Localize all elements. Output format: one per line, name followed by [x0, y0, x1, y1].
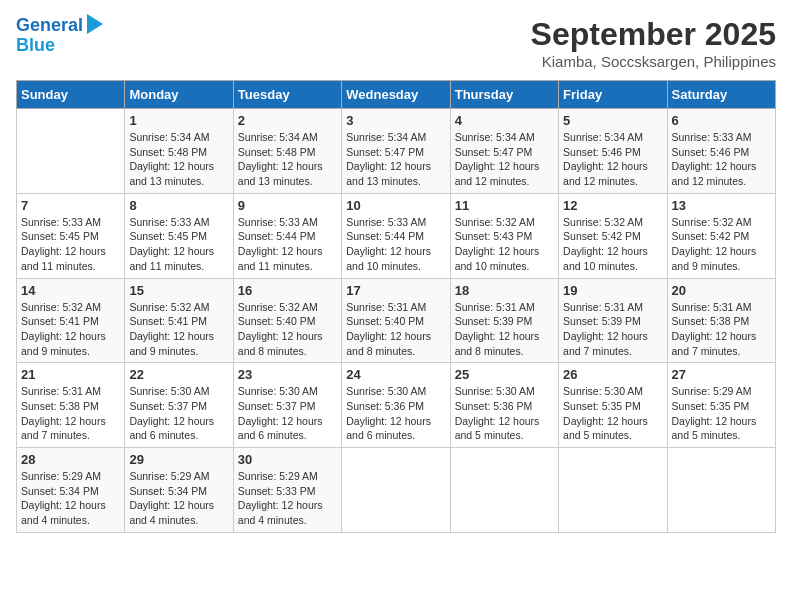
day-detail: Sunrise: 5:31 AM Sunset: 5:39 PM Dayligh… [455, 300, 554, 359]
calendar-cell: 21Sunrise: 5:31 AM Sunset: 5:38 PM Dayli… [17, 363, 125, 448]
day-detail: Sunrise: 5:30 AM Sunset: 5:37 PM Dayligh… [129, 384, 228, 443]
day-number: 2 [238, 113, 337, 128]
day-number: 10 [346, 198, 445, 213]
day-number: 9 [238, 198, 337, 213]
day-number: 8 [129, 198, 228, 213]
day-detail: Sunrise: 5:31 AM Sunset: 5:38 PM Dayligh… [21, 384, 120, 443]
calendar-cell: 8Sunrise: 5:33 AM Sunset: 5:45 PM Daylig… [125, 193, 233, 278]
day-number: 30 [238, 452, 337, 467]
calendar-cell [667, 448, 775, 533]
day-number: 22 [129, 367, 228, 382]
calendar-cell: 4Sunrise: 5:34 AM Sunset: 5:47 PM Daylig… [450, 109, 558, 194]
calendar-cell [17, 109, 125, 194]
day-number: 1 [129, 113, 228, 128]
day-number: 7 [21, 198, 120, 213]
calendar-cell: 5Sunrise: 5:34 AM Sunset: 5:46 PM Daylig… [559, 109, 667, 194]
calendar-cell: 26Sunrise: 5:30 AM Sunset: 5:35 PM Dayli… [559, 363, 667, 448]
day-detail: Sunrise: 5:33 AM Sunset: 5:45 PM Dayligh… [21, 215, 120, 274]
calendar-week-2: 14Sunrise: 5:32 AM Sunset: 5:41 PM Dayli… [17, 278, 776, 363]
day-number: 16 [238, 283, 337, 298]
day-detail: Sunrise: 5:32 AM Sunset: 5:42 PM Dayligh… [672, 215, 771, 274]
calendar-week-4: 28Sunrise: 5:29 AM Sunset: 5:34 PM Dayli… [17, 448, 776, 533]
calendar-cell: 1Sunrise: 5:34 AM Sunset: 5:48 PM Daylig… [125, 109, 233, 194]
header-cell-thursday: Thursday [450, 81, 558, 109]
calendar-cell: 3Sunrise: 5:34 AM Sunset: 5:47 PM Daylig… [342, 109, 450, 194]
calendar-cell: 27Sunrise: 5:29 AM Sunset: 5:35 PM Dayli… [667, 363, 775, 448]
header-cell-friday: Friday [559, 81, 667, 109]
day-number: 29 [129, 452, 228, 467]
calendar-cell [559, 448, 667, 533]
day-number: 19 [563, 283, 662, 298]
day-number: 3 [346, 113, 445, 128]
day-detail: Sunrise: 5:33 AM Sunset: 5:45 PM Dayligh… [129, 215, 228, 274]
calendar-header-row: SundayMondayTuesdayWednesdayThursdayFrid… [17, 81, 776, 109]
day-detail: Sunrise: 5:34 AM Sunset: 5:46 PM Dayligh… [563, 130, 662, 189]
day-number: 12 [563, 198, 662, 213]
day-number: 17 [346, 283, 445, 298]
day-detail: Sunrise: 5:32 AM Sunset: 5:41 PM Dayligh… [21, 300, 120, 359]
day-detail: Sunrise: 5:34 AM Sunset: 5:47 PM Dayligh… [346, 130, 445, 189]
calendar-cell: 16Sunrise: 5:32 AM Sunset: 5:40 PM Dayli… [233, 278, 341, 363]
day-number: 4 [455, 113, 554, 128]
header-cell-tuesday: Tuesday [233, 81, 341, 109]
location-title: Kiamba, Soccsksargen, Philippines [531, 53, 776, 70]
day-detail: Sunrise: 5:34 AM Sunset: 5:48 PM Dayligh… [129, 130, 228, 189]
calendar-cell: 30Sunrise: 5:29 AM Sunset: 5:33 PM Dayli… [233, 448, 341, 533]
day-number: 23 [238, 367, 337, 382]
calendar-cell: 2Sunrise: 5:34 AM Sunset: 5:48 PM Daylig… [233, 109, 341, 194]
day-number: 27 [672, 367, 771, 382]
calendar-body: 1Sunrise: 5:34 AM Sunset: 5:48 PM Daylig… [17, 109, 776, 533]
day-detail: Sunrise: 5:32 AM Sunset: 5:40 PM Dayligh… [238, 300, 337, 359]
day-number: 26 [563, 367, 662, 382]
day-number: 24 [346, 367, 445, 382]
day-number: 21 [21, 367, 120, 382]
calendar-cell [450, 448, 558, 533]
calendar-cell: 15Sunrise: 5:32 AM Sunset: 5:41 PM Dayli… [125, 278, 233, 363]
calendar-cell: 6Sunrise: 5:33 AM Sunset: 5:46 PM Daylig… [667, 109, 775, 194]
header-cell-saturday: Saturday [667, 81, 775, 109]
calendar-cell: 25Sunrise: 5:30 AM Sunset: 5:36 PM Dayli… [450, 363, 558, 448]
calendar-cell: 22Sunrise: 5:30 AM Sunset: 5:37 PM Dayli… [125, 363, 233, 448]
day-number: 15 [129, 283, 228, 298]
calendar-cell: 19Sunrise: 5:31 AM Sunset: 5:39 PM Dayli… [559, 278, 667, 363]
day-detail: Sunrise: 5:34 AM Sunset: 5:47 PM Dayligh… [455, 130, 554, 189]
day-number: 18 [455, 283, 554, 298]
logo-blue-text: Blue [16, 36, 55, 56]
calendar-week-3: 21Sunrise: 5:31 AM Sunset: 5:38 PM Dayli… [17, 363, 776, 448]
calendar-cell: 10Sunrise: 5:33 AM Sunset: 5:44 PM Dayli… [342, 193, 450, 278]
day-number: 13 [672, 198, 771, 213]
calendar-cell: 11Sunrise: 5:32 AM Sunset: 5:43 PM Dayli… [450, 193, 558, 278]
day-detail: Sunrise: 5:29 AM Sunset: 5:35 PM Dayligh… [672, 384, 771, 443]
calendar-table: SundayMondayTuesdayWednesdayThursdayFrid… [16, 80, 776, 533]
calendar-week-0: 1Sunrise: 5:34 AM Sunset: 5:48 PM Daylig… [17, 109, 776, 194]
day-detail: Sunrise: 5:31 AM Sunset: 5:40 PM Dayligh… [346, 300, 445, 359]
calendar-cell: 17Sunrise: 5:31 AM Sunset: 5:40 PM Dayli… [342, 278, 450, 363]
day-detail: Sunrise: 5:33 AM Sunset: 5:44 PM Dayligh… [238, 215, 337, 274]
day-number: 6 [672, 113, 771, 128]
day-detail: Sunrise: 5:30 AM Sunset: 5:37 PM Dayligh… [238, 384, 337, 443]
month-title: September 2025 [531, 16, 776, 53]
calendar-week-1: 7Sunrise: 5:33 AM Sunset: 5:45 PM Daylig… [17, 193, 776, 278]
logo-text: General [16, 16, 83, 36]
day-number: 11 [455, 198, 554, 213]
day-detail: Sunrise: 5:30 AM Sunset: 5:35 PM Dayligh… [563, 384, 662, 443]
day-detail: Sunrise: 5:29 AM Sunset: 5:33 PM Dayligh… [238, 469, 337, 528]
header-cell-wednesday: Wednesday [342, 81, 450, 109]
header: General Blue September 2025 Kiamba, Socc… [16, 16, 776, 70]
day-detail: Sunrise: 5:32 AM Sunset: 5:43 PM Dayligh… [455, 215, 554, 274]
calendar-cell: 20Sunrise: 5:31 AM Sunset: 5:38 PM Dayli… [667, 278, 775, 363]
calendar-cell: 28Sunrise: 5:29 AM Sunset: 5:34 PM Dayli… [17, 448, 125, 533]
day-detail: Sunrise: 5:33 AM Sunset: 5:46 PM Dayligh… [672, 130, 771, 189]
calendar-cell: 24Sunrise: 5:30 AM Sunset: 5:36 PM Dayli… [342, 363, 450, 448]
day-number: 28 [21, 452, 120, 467]
header-cell-sunday: Sunday [17, 81, 125, 109]
logo-arrow-icon [87, 14, 103, 34]
day-detail: Sunrise: 5:33 AM Sunset: 5:44 PM Dayligh… [346, 215, 445, 274]
title-area: September 2025 Kiamba, Soccsksargen, Phi… [531, 16, 776, 70]
day-number: 14 [21, 283, 120, 298]
calendar-cell: 7Sunrise: 5:33 AM Sunset: 5:45 PM Daylig… [17, 193, 125, 278]
day-detail: Sunrise: 5:32 AM Sunset: 5:42 PM Dayligh… [563, 215, 662, 274]
calendar-cell: 14Sunrise: 5:32 AM Sunset: 5:41 PM Dayli… [17, 278, 125, 363]
logo: General Blue [16, 16, 103, 56]
calendar-cell [342, 448, 450, 533]
